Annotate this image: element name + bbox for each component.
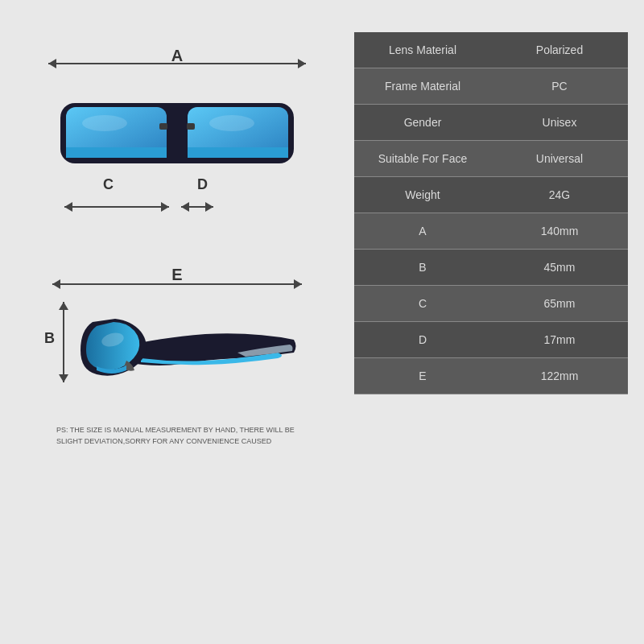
main-container: A	[0, 0, 644, 644]
right-panel: Lens MaterialPolarizedFrame MaterialPCGe…	[354, 32, 628, 612]
spec-value: 65mm	[491, 286, 628, 321]
spec-value: Universal	[491, 141, 628, 176]
ps-note: PS: THE SIZE IS MANUAL MEASUREMENT BY HA…	[56, 425, 298, 447]
spec-label: Lens Material	[354, 32, 491, 68]
spec-row: Suitable For FaceUniversal	[354, 141, 628, 177]
svg-rect-7	[188, 147, 288, 158]
diagram-side: E B	[40, 258, 314, 419]
glasses-front-view	[48, 80, 306, 185]
spec-value: Unisex	[491, 105, 628, 140]
spec-table: Lens MaterialPolarizedFrame MaterialPCGe…	[354, 32, 628, 394]
label-a: A	[171, 47, 183, 65]
glasses-side-view	[68, 294, 310, 407]
spec-label: Frame Material	[354, 68, 491, 104]
spec-row: E122mm	[354, 358, 628, 394]
spec-row: D17mm	[354, 322, 628, 358]
spec-label: D	[354, 322, 491, 357]
spec-row: A140mm	[354, 213, 628, 250]
spec-label: Gender	[354, 105, 491, 140]
spec-value: Polarized	[491, 32, 628, 68]
label-e: E	[171, 266, 182, 284]
spec-label: Suitable For Face	[354, 141, 491, 176]
spec-label: B	[354, 250, 491, 285]
spec-row: C65mm	[354, 286, 628, 322]
spec-label: Weight	[354, 177, 491, 213]
svg-rect-5	[187, 123, 195, 130]
spec-value: 45mm	[491, 250, 628, 285]
spec-value: 140mm	[491, 213, 628, 249]
svg-point-9	[209, 115, 254, 131]
diagram-front: A	[40, 40, 314, 233]
spec-row: GenderUnisex	[354, 105, 628, 141]
spec-value: PC	[491, 68, 628, 104]
spec-row: Weight24G	[354, 177, 628, 213]
glasses-side-svg	[76, 306, 302, 394]
glasses-front-svg	[56, 87, 298, 180]
arrow-c	[64, 206, 169, 208]
spec-row: B45mm	[354, 250, 628, 286]
spec-label: E	[354, 358, 491, 394]
label-c: C	[103, 176, 114, 193]
arrow-d	[181, 206, 213, 208]
svg-rect-3	[167, 118, 188, 132]
spec-label: C	[354, 286, 491, 321]
svg-point-8	[82, 115, 127, 131]
spec-value: 17mm	[491, 322, 628, 357]
spec-value: 122mm	[491, 358, 628, 394]
left-panel: A	[16, 32, 338, 612]
svg-rect-6	[66, 147, 167, 158]
label-d: D	[197, 176, 208, 193]
spec-value: 24G	[491, 177, 628, 213]
spec-row: Lens MaterialPolarized	[354, 32, 628, 68]
arrow-b	[63, 302, 64, 382]
svg-rect-4	[159, 123, 167, 130]
label-b: B	[44, 330, 55, 347]
spec-label: A	[354, 213, 491, 249]
spec-row: Frame MaterialPC	[354, 68, 628, 105]
